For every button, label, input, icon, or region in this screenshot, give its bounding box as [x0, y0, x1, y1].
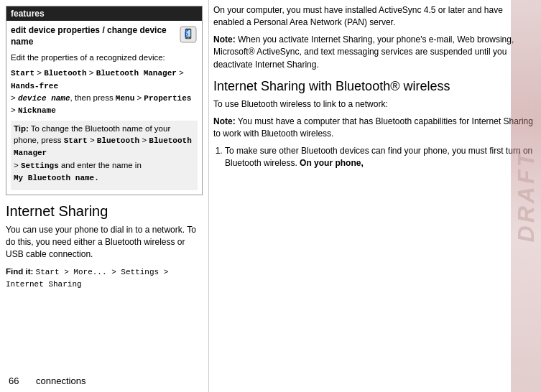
tip-gt1: >: [88, 136, 97, 144]
tip-gt3: >: [14, 161, 21, 169]
tip-section: Tip: To change the Bluetooth name of you…: [11, 121, 198, 190]
note2-label: Note:: [213, 116, 236, 126]
internet-sharing-body: You can use your phone to dial in to a n…: [6, 224, 203, 261]
path-then: , then press: [70, 93, 116, 102]
page-number: 66: [9, 375, 19, 386]
tip-paragraph: Tip: To change the Bluetooth name of you…: [14, 123, 195, 185]
path-start: Start: [11, 69, 34, 78]
path-gt1: >: [34, 68, 44, 77]
path-device: device name: [18, 94, 70, 103]
path-gt6: >: [11, 106, 18, 114]
features-header-label: features: [11, 9, 45, 19]
features-row-title: edit device properties / change device n…: [11, 25, 198, 47]
features-path1: Start > Bluetooth > Bluetooth Manager > …: [11, 67, 198, 117]
internet-sharing-section: Internet Sharing You can use your phone …: [0, 195, 208, 291]
note1-text: When you activate Internet Sharing, your…: [213, 34, 514, 70]
tip-label: Tip:: [14, 124, 29, 133]
list-item1-bold: On your phone,: [300, 158, 364, 168]
tip-text2: and enter the name in: [59, 161, 142, 169]
tip-settings: Settings: [21, 162, 59, 170]
path-handsfree: Hands-free: [11, 82, 58, 90]
bluetooth-device-icon: [179, 25, 198, 44]
note1-label: Note:: [213, 34, 236, 45]
internet-sharing-title: Internet Sharing: [6, 202, 203, 220]
features-table: features edit device properties / change…: [6, 6, 203, 195]
note2-text: You must have a computer that has Blueto…: [213, 116, 533, 139]
right-section-heading: Internet Sharing with Bluetooth® wireles…: [213, 78, 534, 95]
right-column: On your computer, you must have installe…: [208, 0, 541, 392]
draft-watermark-bar: DRAFT: [511, 0, 541, 392]
left-column: features edit device properties / change…: [0, 0, 208, 392]
right-para1: On your computer, you must have installe…: [213, 4, 534, 29]
page-container: features edit device properties / change…: [0, 0, 541, 392]
tip-gt2: >: [139, 136, 149, 144]
list-item-1: To make sure other Bluetooth devices can…: [225, 145, 534, 170]
svg-point-3: [188, 37, 189, 39]
path-gt5: >: [134, 93, 144, 102]
features-header: features: [6, 6, 202, 21]
path-btm: Bluetooth Manager: [96, 69, 177, 78]
tip-mybt: My Bluetooth name.: [14, 174, 99, 182]
path-gt4: >: [11, 93, 18, 102]
right-para2: To use Bluetooth wireless to link to a n…: [213, 98, 534, 111]
features-body: Edit the properties of a recognized devi…: [11, 52, 198, 190]
path-gt3: >: [177, 68, 184, 77]
path-nickname: Nickname: [18, 106, 56, 115]
edit-device-title: edit device properties / change device n…: [11, 25, 176, 47]
draft-label: DRAFT: [513, 150, 540, 242]
find-it-label: Find it:: [6, 267, 33, 276]
right-note2: Note: You must have a computer that has …: [213, 116, 534, 141]
tip-start: Start: [64, 136, 88, 145]
find-it: Find it: Start > More... > Settings > In…: [6, 266, 203, 291]
numbered-list: To make sure other Bluetooth devices can…: [225, 145, 534, 170]
path-gt2: >: [87, 68, 96, 77]
features-intro: Edit the properties of a recognized devi…: [11, 52, 198, 63]
features-row: edit device properties / change device n…: [6, 21, 202, 195]
right-note1: Note: When you activate Internet Sharing…: [213, 34, 534, 71]
page-section-label: connections: [36, 375, 85, 386]
path-bluetooth: Bluetooth: [44, 69, 86, 78]
tip-bluetooth: Bluetooth: [97, 136, 139, 145]
path-properties: Properties: [144, 94, 191, 103]
list-item1-text: To make sure other Bluetooth devices can…: [225, 146, 532, 168]
path-menu: Menu: [116, 94, 134, 103]
